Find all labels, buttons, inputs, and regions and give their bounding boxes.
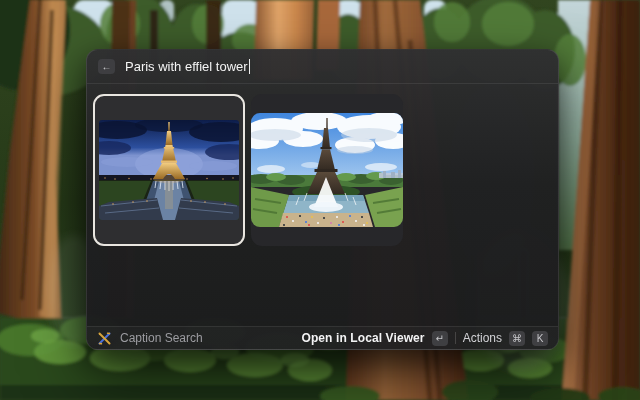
results-grid (93, 94, 552, 246)
command-key-icon: ⌘ (509, 331, 525, 346)
back-button[interactable]: ← (98, 59, 115, 74)
primary-action-button[interactable]: Open in Local Viewer (301, 331, 424, 345)
result-thumbnail-2[interactable] (251, 113, 403, 227)
search-bar: ← Paris with effiel tower (87, 50, 558, 84)
result-cell-1-selected[interactable] (93, 94, 245, 246)
footer-divider (455, 332, 456, 344)
launcher-window: ← Paris with effiel tower (86, 49, 559, 350)
result-thumbnail-1[interactable] (99, 120, 239, 220)
footer-bar: Caption Search Open in Local Viewer ↵ Ac… (87, 326, 558, 349)
enter-key-icon: ↵ (432, 331, 448, 346)
k-key-icon: K (532, 331, 548, 346)
results-area (87, 84, 558, 326)
text-caret (249, 59, 251, 74)
eiffel-day-photo (251, 113, 403, 227)
search-input[interactable]: Paris with effiel tower (125, 59, 250, 74)
result-cell-2[interactable] (251, 94, 403, 246)
eiffel-dusk-photo (99, 120, 239, 220)
app-name-label: Caption Search (120, 331, 203, 345)
actions-menu-button[interactable]: Actions (463, 331, 502, 345)
back-arrow-icon: ← (102, 62, 112, 72)
search-query-text: Paris with effiel tower (125, 59, 248, 74)
caption-search-icon (97, 331, 112, 346)
